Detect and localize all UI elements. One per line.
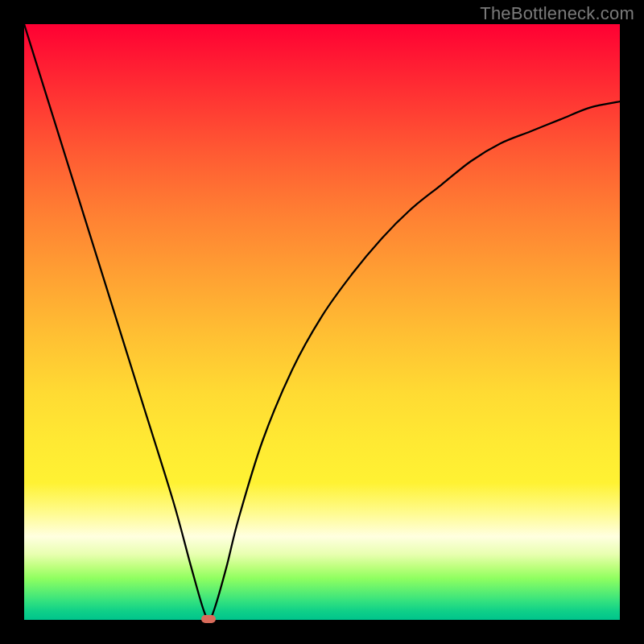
plot-area	[24, 24, 620, 620]
watermark-text: TheBottleneck.com	[480, 3, 634, 24]
chart-frame: TheBottleneck.com	[0, 0, 644, 644]
curve-vertex-marker	[201, 615, 216, 623]
bottleneck-curve	[24, 24, 620, 620]
